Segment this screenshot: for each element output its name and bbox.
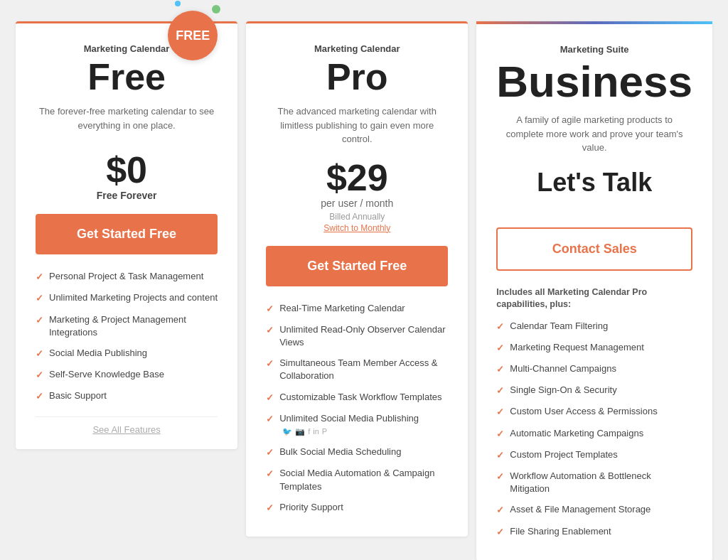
check-icon: ✓ (496, 384, 504, 397)
free-plan-description: The forever-free marketing calendar to s… (36, 104, 218, 139)
twitter-icon: 🐦 (282, 426, 292, 437)
price-spacer: Let's Talk (496, 168, 692, 215)
check-icon: ✓ (266, 413, 274, 426)
list-item: ✓Custom Project Templates (496, 448, 692, 462)
list-item: ✓Asset & File Management Storage (496, 503, 692, 517)
list-item: ✓Automatic Marketing Campaigns (496, 427, 692, 441)
pricing-container: FREE Marketing Calendar Free The forever… (16, 21, 712, 560)
free-cta-button[interactable]: Get Started Free (36, 214, 218, 254)
list-item: ✓Multi-Channel Campaigns (496, 362, 692, 376)
list-item: ✓Single Sign-On & Security (496, 384, 692, 397)
see-all-features-link[interactable]: See All Features (36, 424, 218, 435)
check-icon: ✓ (36, 314, 43, 327)
free-plan-name: Free (36, 57, 218, 97)
check-icon: ✓ (36, 348, 43, 360)
check-icon: ✓ (36, 390, 43, 403)
business-features-list: ✓Calendar Team Filtering ✓Marketing Requ… (496, 320, 692, 539)
check-icon: ✓ (36, 292, 43, 305)
list-item: ✓Custom User Access & Permissions (496, 405, 692, 419)
check-icon: ✓ (266, 446, 274, 459)
pro-plan-subtitle: Marketing Calendar (266, 43, 448, 54)
check-icon: ✓ (496, 526, 504, 539)
list-item: ✓Marketing & Project Management Integrat… (36, 313, 218, 339)
check-icon: ✓ (496, 470, 504, 483)
list-item: ✓Calendar Team Filtering (496, 320, 692, 333)
business-cta-button[interactable]: Contact Sales (496, 227, 692, 271)
pro-billed-note: Billed Annually (266, 212, 448, 222)
check-icon: ✓ (266, 324, 274, 337)
pinterest-icon: P (322, 426, 327, 437)
pro-price-block: $29 per user / month Billed Annually Swi… (266, 159, 448, 233)
list-item: ✓Marketing Request Management (496, 341, 692, 355)
list-item: ✓Simultaneous Team Member Access & Colla… (266, 357, 448, 382)
linkedin-icon: in (313, 426, 319, 437)
business-plan-name: Business (496, 58, 692, 106)
facebook-icon: f (308, 426, 310, 437)
free-plan-card: FREE Marketing Calendar Free The forever… (16, 21, 237, 449)
pro-plan-card: Marketing Calendar Pro The advanced mark… (246, 21, 468, 537)
pro-plan-description: The advanced marketing calendar with lim… (266, 104, 448, 146)
list-item: ✓File Sharing Enablement (496, 525, 692, 539)
check-icon: ✓ (496, 428, 504, 441)
list-item: ✓Unlimited Marketing Projects and conten… (36, 291, 218, 305)
pro-features-list: ✓Real-Time Marketing Calendar ✓Unlimited… (266, 302, 448, 515)
free-price-block: $0 Free Forever (36, 151, 218, 201)
pro-cta-button[interactable]: Get Started Free (266, 246, 448, 286)
free-badge: FREE (168, 11, 218, 60)
check-icon: ✓ (266, 303, 274, 316)
list-item: ✓Basic Support (36, 389, 218, 403)
check-icon: ✓ (266, 357, 274, 370)
check-icon: ✓ (266, 502, 274, 515)
check-icon: ✓ (36, 369, 43, 382)
list-item: ✓Real-Time Marketing Calendar (266, 302, 448, 316)
list-item: ✓Bulk Social Media Scheduling (266, 446, 448, 459)
free-price-label: Free Forever (36, 190, 218, 201)
list-item: ✓Social Media Publishing (36, 347, 218, 360)
list-item: ✓Social Media Automation & Campaign Temp… (266, 467, 448, 492)
business-plan-description: A family of agile marketing products to … (496, 113, 692, 155)
free-badge-text: FREE (176, 29, 210, 42)
pro-plan-name: Pro (266, 57, 448, 97)
list-item: ✓Unlimited Read-Only Observer Calendar V… (266, 323, 448, 349)
social-icons: 🐦 📷 f in P (282, 426, 327, 437)
pro-price-period: per user / month (266, 198, 448, 209)
free-features-list: ✓Personal Project & Task Management ✓Unl… (36, 270, 218, 403)
list-item: ✓Personal Project & Task Management (36, 270, 218, 284)
check-icon: ✓ (36, 271, 43, 284)
list-item: ✓Customizable Task Workflow Templates (266, 391, 448, 404)
divider (36, 416, 218, 417)
check-icon: ✓ (266, 392, 274, 404)
check-icon: ✓ (496, 363, 504, 376)
check-icon: ✓ (266, 468, 274, 480)
includes-note: Includes all Marketing Calendar Pro capa… (496, 286, 692, 311)
list-item: ✓ Unlimited Social Media Publishing 🐦 📷 … (266, 412, 448, 438)
check-icon: ✓ (496, 342, 504, 355)
business-plan-subtitle: Marketing Suite (496, 44, 692, 55)
free-price-amount: $0 (106, 149, 147, 190)
instagram-icon: 📷 (295, 426, 305, 437)
check-icon: ✓ (496, 406, 504, 419)
check-icon: ✓ (496, 321, 504, 333)
check-icon: ✓ (496, 504, 504, 517)
list-item: ✓Workflow Automation & Bottleneck Mitiga… (496, 470, 692, 495)
list-item: ✓Priority Support (266, 501, 448, 515)
pro-price-amount: $29 (326, 157, 388, 198)
lets-talk-text: Let's Talk (496, 168, 692, 198)
list-item: ✓Self-Serve Knowledge Base (36, 368, 218, 382)
switch-to-monthly-link[interactable]: Switch to Monthly (266, 223, 448, 233)
check-icon: ✓ (496, 449, 504, 462)
business-plan-card: Marketing Suite Business A family of agi… (476, 21, 712, 560)
